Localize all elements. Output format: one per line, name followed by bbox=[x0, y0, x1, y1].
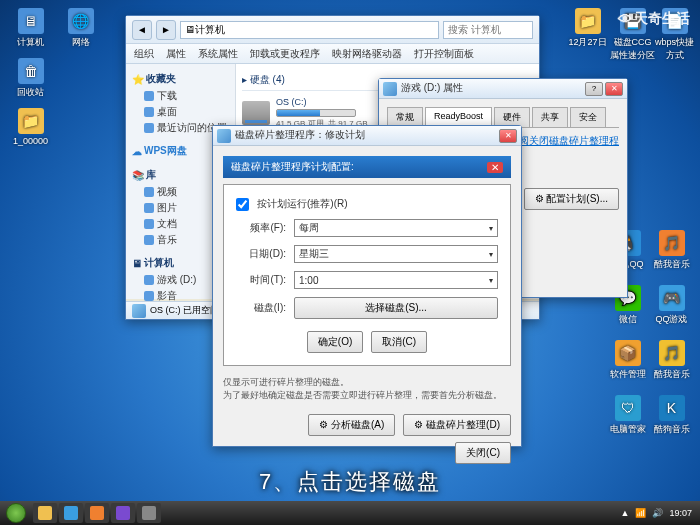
taskbar: ▲ 📶 🔊 19:07 bbox=[0, 501, 700, 525]
computer-icon: 🖥 bbox=[18, 8, 44, 34]
cancel-button[interactable]: 取消(C) bbox=[371, 331, 427, 353]
schedule-checkbox[interactable] bbox=[236, 198, 249, 211]
network-icon: 🌐 bbox=[68, 8, 94, 34]
window-title: 游戏 (D:) 属性 bbox=[383, 81, 585, 95]
menu-uninstall[interactable]: 卸载或更改程序 bbox=[250, 47, 320, 61]
window-title: 磁盘碎片整理程序：修改计划 bbox=[217, 128, 499, 142]
software-icon: 📦 bbox=[615, 340, 641, 366]
desktop-icon[interactable]: 📦软件管理 bbox=[605, 340, 650, 381]
app-icon bbox=[116, 506, 130, 520]
footer-text: 为了最好地确定磁盘是否需要立即进行碎片整理，需要首先分析磁盘。 bbox=[223, 389, 511, 402]
clock[interactable]: 19:07 bbox=[669, 508, 692, 518]
close-window-button[interactable]: 关闭(C) bbox=[455, 442, 511, 464]
close-icon[interactable]: ✕ bbox=[487, 162, 503, 173]
drive-icon bbox=[144, 275, 154, 285]
desktop-icon[interactable]: 🎵酷我音乐 bbox=[649, 340, 694, 381]
defrag-icon bbox=[217, 129, 231, 143]
drive-icon bbox=[383, 82, 397, 96]
field-label: 日期(D): bbox=[236, 247, 286, 261]
shield-icon: 🛡 bbox=[615, 395, 641, 421]
desktop-icon[interactable]: 🎮QQ游戏 bbox=[649, 285, 694, 326]
menu-controlpanel[interactable]: 打开控制面板 bbox=[414, 47, 474, 61]
menu-mapdrive[interactable]: 映射网络驱动器 bbox=[332, 47, 402, 61]
kugou-icon: K bbox=[659, 395, 685, 421]
field-label: 时间(T): bbox=[236, 273, 286, 287]
tutorial-caption: 7、点击选择磁盘 bbox=[0, 467, 700, 497]
defrag-button[interactable]: ⚙ 磁盘碎片整理(D) bbox=[403, 414, 511, 436]
sidebar-item-desktop[interactable]: 桌面 bbox=[130, 104, 231, 120]
volume-tray-icon[interactable]: 🔊 bbox=[652, 508, 663, 518]
tray-icon[interactable]: ▲ bbox=[621, 508, 630, 518]
analyze-button[interactable]: ⚙ 分析磁盘(A) bbox=[308, 414, 395, 436]
taskbar-item[interactable] bbox=[59, 503, 83, 523]
field-label: 频率(F): bbox=[236, 221, 286, 235]
computer-icon: 🖥 bbox=[185, 24, 195, 35]
back-button[interactable]: ◄ bbox=[132, 20, 152, 40]
search-input[interactable] bbox=[443, 21, 533, 39]
close-button[interactable]: ✕ bbox=[605, 82, 623, 96]
network-tray-icon[interactable]: 📶 bbox=[635, 508, 646, 518]
footer-text: 仅显示可进行碎片整理的磁盘。 bbox=[223, 376, 511, 389]
app-icon bbox=[90, 506, 104, 520]
game-icon: 🎮 bbox=[659, 285, 685, 311]
desktop-icon[interactable]: 📁12月27日 bbox=[565, 8, 610, 49]
desktop-icon[interactable]: K酷狗音乐 bbox=[649, 395, 694, 436]
defrag-window: 磁盘碎片整理程序：修改计划 ✕ 磁盘碎片整理程序计划配置: ✕ 按计划运行(推荐… bbox=[212, 125, 522, 447]
help-button[interactable]: ? bbox=[585, 82, 603, 96]
tab-hardware[interactable]: 硬件 bbox=[494, 107, 530, 127]
desktop-icon[interactable]: 🛡电脑管家 bbox=[605, 395, 650, 436]
tab-general[interactable]: 常规 bbox=[387, 107, 423, 127]
sidebar-favorites-header[interactable]: ⭐ 收藏夹 bbox=[130, 70, 231, 88]
day-select[interactable]: 星期三 bbox=[294, 245, 498, 263]
documents-icon bbox=[144, 219, 154, 229]
music-icon: 🎵 bbox=[659, 230, 685, 256]
field-label: 磁盘(I): bbox=[236, 301, 286, 315]
drive-icon bbox=[132, 304, 146, 318]
drive-icon bbox=[242, 101, 270, 125]
folder-icon: 📁 bbox=[18, 108, 44, 134]
sidebar-item-downloads[interactable]: 下载 bbox=[130, 88, 231, 104]
menu-sysprops[interactable]: 系统属性 bbox=[198, 47, 238, 61]
close-button[interactable]: ✕ bbox=[499, 129, 517, 143]
dialog-header: 磁盘碎片整理程序计划配置: ✕ bbox=[223, 156, 511, 178]
music-icon bbox=[144, 235, 154, 245]
menu-properties[interactable]: 属性 bbox=[166, 47, 186, 61]
folder-icon: 📁 bbox=[575, 8, 601, 34]
recycle-icon: 🗑 bbox=[18, 58, 44, 84]
system-tray[interactable]: ▲ 📶 🔊 19:07 bbox=[613, 508, 700, 518]
desktop-icon-computer[interactable]: 🖥计算机 bbox=[8, 8, 53, 49]
pictures-icon bbox=[144, 203, 154, 213]
recent-icon bbox=[144, 123, 154, 133]
address-bar[interactable]: 🖥 计算机 bbox=[180, 21, 439, 39]
download-icon bbox=[144, 91, 154, 101]
video-icon bbox=[144, 187, 154, 197]
menu-organize[interactable]: 组织 bbox=[134, 47, 154, 61]
taskbar-item[interactable] bbox=[33, 503, 57, 523]
explorer-menu: 组织 属性 系统属性 卸载或更改程序 映射网络驱动器 打开控制面板 bbox=[126, 44, 539, 64]
explorer-icon bbox=[38, 506, 52, 520]
time-select[interactable]: 1:00 bbox=[294, 271, 498, 289]
start-button[interactable] bbox=[0, 501, 32, 525]
ok-button[interactable]: 确定(O) bbox=[307, 331, 363, 353]
app-icon bbox=[142, 506, 156, 520]
configure-schedule-button[interactable]: ⚙ 配置计划(S)... bbox=[524, 188, 619, 210]
desktop-icon-recycle[interactable]: 🗑回收站 bbox=[8, 58, 53, 99]
taskbar-item[interactable] bbox=[137, 503, 161, 523]
desktop-icon[interactable]: 🎵酷我音乐 bbox=[649, 230, 694, 271]
select-disk-button[interactable]: 选择磁盘(S)... bbox=[294, 297, 498, 319]
desktop-icon-folder[interactable]: 📁1_00000 bbox=[8, 108, 53, 146]
checkbox-label: 按计划运行(推荐)(R) bbox=[257, 197, 348, 211]
taskbar-item[interactable] bbox=[85, 503, 109, 523]
music-icon: 🎵 bbox=[659, 340, 685, 366]
watermark: 👁 天奇生活 bbox=[618, 10, 690, 28]
taskbar-item[interactable] bbox=[111, 503, 135, 523]
ie-icon bbox=[64, 506, 78, 520]
tab-share[interactable]: 共享 bbox=[532, 107, 568, 127]
desktop-icon bbox=[144, 107, 154, 117]
windows-logo-icon bbox=[6, 503, 26, 523]
desktop-icon-network[interactable]: 🌐网络 bbox=[58, 8, 103, 49]
tab-security[interactable]: 安全 bbox=[570, 107, 606, 127]
forward-button[interactable]: ► bbox=[156, 20, 176, 40]
tab-readyboost[interactable]: ReadyBoost bbox=[425, 107, 492, 127]
frequency-select[interactable]: 每周 bbox=[294, 219, 498, 237]
